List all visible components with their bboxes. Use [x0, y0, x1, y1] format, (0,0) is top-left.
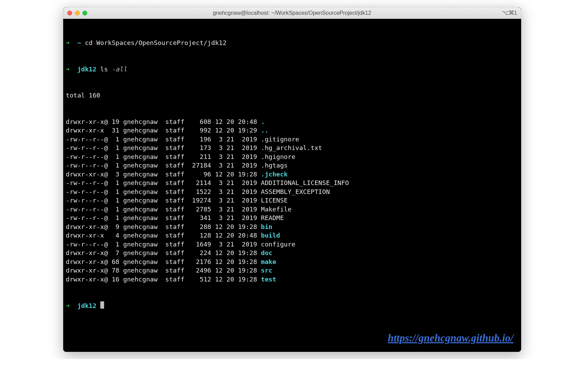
titlebar[interactable]: gnehcgnaw@localhost: ~/WorkSpaces/OpenSo…: [63, 7, 521, 19]
listing-filename: build: [261, 232, 280, 239]
window-shortcut-indicator: ⌥⌘1: [502, 9, 517, 16]
listing-row-meta: -rw-r--r--@ 1 gnehcgnaw staff 2785 3 21 …: [66, 206, 261, 213]
close-icon[interactable]: [67, 11, 72, 15]
prompt-line-2: ➜ jdk12 ls -all: [66, 65, 518, 74]
listing-filename: ASSEMBLY_EXCEPTION: [261, 188, 330, 195]
command-cd: cd WorkSpaces/OpenSourceProject/jdk12: [85, 39, 226, 46]
listing-row-meta: -rw-r--r--@ 1 gnehcgnaw staff 173 3 21 2…: [66, 144, 261, 151]
prompt-dir: jdk12: [77, 66, 97, 73]
listing-filename: .hgtags: [261, 162, 288, 169]
prompt-arrow-icon: ➜: [66, 302, 70, 309]
listing-row-meta: drwxr-xr-x@ 68 gnehcgnaw staff 2176 12 2…: [66, 258, 261, 265]
listing-row-meta: -rw-r--r--@ 1 gnehcgnaw staff 196 3 21 2…: [66, 136, 261, 143]
listing-row: drwxr-xr-x@ 7 gnehcgnaw staff 224 12 20 …: [66, 249, 518, 257]
listing-row: -rw-r--r--@ 1 gnehcgnaw staff 211 3 21 2…: [66, 152, 518, 161]
listing-row: -rw-r--r--@ 1 gnehcgnaw staff 27184 3 21…: [66, 161, 518, 170]
listing-filename: doc: [261, 249, 272, 256]
listing-row-meta: drwxr-xr-x 4 gnehcgnaw staff 128 12 20 2…: [66, 232, 261, 239]
prompt-line-1: ➜ ~ cd WorkSpaces/OpenSourceProject/jdk1…: [66, 38, 518, 47]
listing-row-meta: drwxr-xr-x@ 16 gnehcgnaw staff 512 12 20…: [66, 276, 261, 283]
listing-filename: README: [261, 214, 284, 221]
listing-row-meta: drwxr-xr-x@ 19 gnehcgnaw staff 608 12 20…: [66, 118, 261, 125]
listing-row-meta: drwxr-xr-x@ 7 gnehcgnaw staff 224 12 20 …: [66, 249, 261, 256]
listing-filename: bin: [261, 223, 272, 230]
listing-row: drwxr-xr-x 4 gnehcgnaw staff 128 12 20 2…: [66, 231, 518, 240]
listing-row: -rw-r--r--@ 1 gnehcgnaw staff 1649 3 21 …: [66, 240, 518, 249]
listing-row: drwxr-xr-x 31 gnehcgnaw staff 992 12 20 …: [66, 126, 518, 135]
listing-row: drwxr-xr-x@ 78 gnehcgnaw staff 2496 12 2…: [66, 266, 518, 275]
listing-row-meta: -rw-r--r--@ 1 gnehcgnaw staff 341 3 21 2…: [66, 214, 261, 221]
listing-row: -rw-r--r--@ 1 gnehcgnaw staff 196 3 21 2…: [66, 135, 518, 144]
zoom-icon[interactable]: [82, 11, 87, 15]
listing-row-meta: drwxr-xr-x@ 78 gnehcgnaw staff 2496 12 2…: [66, 267, 261, 274]
listing-row: drwxr-xr-x@ 19 gnehcgnaw staff 608 12 20…: [66, 117, 518, 126]
listing-row: -rw-r--r--@ 1 gnehcgnaw staff 2114 3 21 …: [66, 178, 518, 187]
listing-filename: Makefile: [261, 206, 292, 213]
listing-row-meta: -rw-r--r--@ 1 gnehcgnaw staff 27184 3 21…: [66, 162, 261, 169]
listing-filename: test: [261, 276, 277, 283]
listing-row: -rw-r--r--@ 1 gnehcgnaw staff 173 3 21 2…: [66, 143, 518, 152]
window-title: gnehcgnaw@localhost: ~/WorkSpaces/OpenSo…: [63, 10, 521, 16]
listing-filename: ADDITIONAL_LICENSE_INFO: [261, 179, 349, 186]
listing-filename: src: [261, 267, 272, 274]
listing-row-meta: drwxr-xr-x@ 3 gnehcgnaw staff 96 12 20 1…: [66, 171, 261, 178]
listing-row: drwxr-xr-x@ 9 gnehcgnaw staff 288 12 20 …: [66, 222, 518, 231]
prompt-line-3: ➜ jdk12: [66, 301, 518, 310]
listing-row-meta: drwxr-xr-x 31 gnehcgnaw staff 992 12 20 …: [66, 127, 261, 134]
listing-row: drwxr-xr-x@ 3 gnehcgnaw staff 96 12 20 1…: [66, 170, 518, 179]
listing-filename: .jcheck: [261, 171, 288, 178]
minimize-icon[interactable]: [75, 11, 80, 15]
listing-row-meta: drwxr-xr-x@ 9 gnehcgnaw staff 288 12 20 …: [66, 223, 261, 230]
prompt-dir: jdk12: [77, 302, 97, 309]
listing-filename: make: [261, 258, 277, 265]
listing-row-meta: -rw-r--r--@ 1 gnehcgnaw staff 1649 3 21 …: [66, 241, 261, 248]
command-ls: ls: [100, 66, 108, 73]
listing-row-meta: -rw-r--r--@ 1 gnehcgnaw staff 211 3 21 2…: [66, 153, 261, 160]
listing-row-meta: -rw-r--r--@ 1 gnehcgnaw staff 19274 3 21…: [66, 197, 261, 204]
listing-row: -rw-r--r--@ 1 gnehcgnaw staff 19274 3 21…: [66, 196, 518, 205]
listing-row-meta: -rw-r--r--@ 1 gnehcgnaw staff 2114 3 21 …: [66, 179, 261, 186]
command-ls-flag: -all: [112, 66, 127, 73]
watermark-link[interactable]: https://gnehcgnaw.github.io/: [388, 331, 514, 346]
terminal-body[interactable]: ➜ ~ cd WorkSpaces/OpenSourceProject/jdk1…: [63, 19, 521, 352]
listing-row: -rw-r--r--@ 1 gnehcgnaw staff 341 3 21 2…: [66, 214, 518, 222]
listing-row: -rw-r--r--@ 1 gnehcgnaw staff 1522 3 21 …: [66, 187, 518, 196]
listing-row: -rw-r--r--@ 1 gnehcgnaw staff 2785 3 21 …: [66, 205, 518, 214]
listing-filename: .hgignore: [261, 153, 295, 160]
listing-row: drwxr-xr-x@ 68 gnehcgnaw staff 2176 12 2…: [66, 257, 518, 266]
listing-filename: configure: [261, 241, 295, 248]
listing-row: drwxr-xr-x@ 16 gnehcgnaw staff 512 12 20…: [66, 275, 518, 284]
listing-total: total 160: [66, 91, 518, 100]
terminal-window: gnehcgnaw@localhost: ~/WorkSpaces/OpenSo…: [63, 7, 521, 352]
listing-filename: .hg_archival.txt: [261, 144, 322, 151]
listing-filename: .gitignore: [261, 136, 299, 143]
listing-row-meta: -rw-r--r--@ 1 gnehcgnaw staff 1522 3 21 …: [66, 188, 261, 195]
cursor-icon: [100, 301, 104, 309]
prompt-arrow-icon: ➜: [66, 39, 70, 46]
listing-filename: LICENSE: [261, 197, 288, 204]
traffic-lights: [67, 11, 87, 15]
listing-filename: ..: [261, 127, 269, 134]
prompt-arrow-icon: ➜: [66, 66, 70, 73]
listing-filename: .: [261, 118, 265, 125]
prompt-home: ~: [77, 39, 81, 46]
